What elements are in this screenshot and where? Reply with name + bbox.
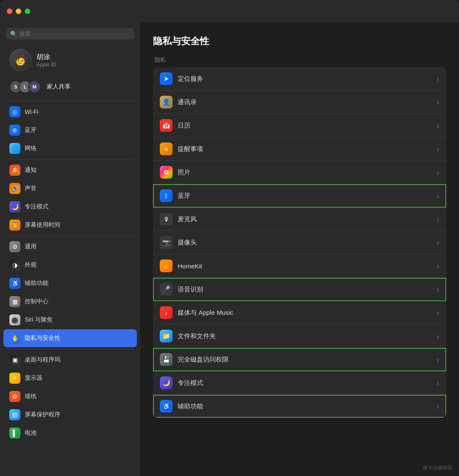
sidebar-label-focus: 专注模式 (25, 203, 48, 211)
sidebar-item-screentime[interactable]: ⏳屏幕使用时间 (3, 216, 137, 234)
sidebar-icon-display: ☀ (9, 373, 20, 384)
sidebar-icon-general: ⚙ (9, 241, 20, 252)
sidebar-label-notify: 通知 (25, 166, 37, 174)
privacy-item-fulldisk[interactable]: 💾完全磁盘访问权限› (153, 348, 446, 371)
chevron-icon-camera: › (436, 238, 439, 248)
minimize-button[interactable] (16, 9, 21, 14)
privacy-item-photos[interactable]: ✿照片› (153, 161, 446, 184)
privacy-icon-homekit: ⌂ (160, 259, 173, 272)
search-icon: 🔍 (10, 31, 17, 37)
maximize-button[interactable] (25, 9, 30, 14)
chevron-icon-speech: › (436, 285, 439, 294)
chevron-icon-calendar: › (436, 121, 439, 131)
sidebar-icon-screentime: ⏳ (9, 219, 20, 231)
privacy-label-location: 定位服务 (178, 75, 431, 83)
sidebar-label-control: 控制中心 (25, 298, 48, 305)
sidebar-item-desktop[interactable]: ▣桌面与程序坞 (3, 351, 137, 369)
privacy-icon-accessibility2: ♿ (160, 400, 173, 413)
privacy-item-media[interactable]: ♪媒体与 Apple Music› (153, 301, 446, 325)
family-sharing-section[interactable]: S L M 家人共享 (3, 76, 137, 97)
sidebar-item-battery[interactable]: ▌电池 (3, 424, 137, 442)
main-content: 隐私与安全性 隐私 ➤定位服务›👤通讯录›📅日历›≡提醒事项›✿照片›ᛒ蓝牙›🎙… (140, 22, 459, 476)
sidebar-item-screensaver[interactable]: ▨屏幕保护程序 (3, 406, 137, 424)
sidebar-item-network[interactable]: 🌐网络 (3, 140, 137, 157)
sidebar-items-list: ◎Wi-Fi⊛蓝牙🌐网络🔔通知🔊声音🌙专注模式⏳屏幕使用时间⚙通用◑外观♿辅助功… (0, 103, 140, 442)
sidebar-label-accessibility: 辅助功能 (25, 279, 48, 287)
chevron-icon-contacts: › (436, 97, 439, 107)
sidebar-label-wallpaper: 墙纸 (25, 393, 37, 400)
sidebar-item-accessibility[interactable]: ♿辅助功能 (3, 274, 137, 292)
sidebar-label-network: 网络 (25, 145, 37, 152)
sidebar-item-wallpaper[interactable]: ✿墙纸 (3, 388, 137, 405)
privacy-label-media: 媒体与 Apple Music (178, 309, 431, 317)
privacy-icon-microphone: 🎙 (160, 213, 173, 225)
apple-id-info: 胡涂 Apple ID (37, 53, 56, 68)
privacy-label-camera: 摄像头 (178, 239, 431, 247)
privacy-item-calendar[interactable]: 📅日历› (153, 114, 446, 137)
sidebar-separator-4 (6, 349, 134, 349)
sidebar-item-notify[interactable]: 🔔通知 (3, 161, 137, 179)
privacy-item-camera[interactable]: 📷摄像头› (153, 231, 446, 254)
sidebar-label-siri: Siri 与聚焦 (25, 316, 53, 324)
privacy-item-focusmode[interactable]: 🌙专注模式› (153, 371, 446, 395)
sidebar-label-appearance: 外观 (25, 261, 37, 269)
chevron-icon-microphone: › (436, 214, 439, 224)
apple-id-section[interactable]: 🧑 胡涂 Apple ID (3, 44, 137, 76)
sidebar-icon-accessibility: ♿ (9, 278, 20, 289)
privacy-icon-reminders: ≡ (160, 143, 173, 155)
chevron-icon-location: › (436, 74, 439, 84)
privacy-section-title: 隐私 (155, 56, 446, 64)
sidebar-item-privacy[interactable]: ✋隐私与安全性 (3, 329, 137, 347)
family-avatars: S L M (9, 80, 37, 93)
privacy-item-bluetooth[interactable]: ᛒ蓝牙› (153, 184, 446, 208)
watermark-text: 值 什么值得买 (423, 465, 452, 471)
sidebar-item-control[interactable]: ▦控制中心 (3, 293, 137, 311)
privacy-label-speech: 语音识别 (178, 285, 431, 294)
privacy-item-files[interactable]: 📁文件和文件夹› (153, 325, 446, 348)
privacy-item-homekit[interactable]: ⌂HomeKit› (153, 254, 446, 278)
family-avatar-3: M (28, 80, 41, 93)
sidebar-icon-wifi: ◎ (9, 106, 20, 117)
page-title: 隐私与安全性 (153, 35, 446, 48)
privacy-label-calendar: 日历 (178, 122, 431, 130)
titlebar (0, 0, 459, 22)
sidebar-item-focus[interactable]: 🌙专注模式 (3, 198, 137, 216)
privacy-item-location[interactable]: ➤定位服务› (153, 67, 446, 91)
sidebar-item-bluetooth[interactable]: ⊛蓝牙 (3, 121, 137, 139)
privacy-label-contacts: 通讯录 (178, 98, 431, 106)
privacy-label-bluetooth: 蓝牙 (178, 192, 431, 200)
search-input[interactable] (20, 31, 130, 37)
sidebar-icon-notify: 🔔 (9, 165, 20, 176)
sidebar-icon-bluetooth: ⊛ (9, 125, 20, 136)
sidebar-icon-privacy: ✋ (9, 333, 20, 344)
privacy-label-photos: 照片 (178, 168, 431, 177)
sidebar-item-display[interactable]: ☀显示器 (3, 369, 137, 387)
privacy-item-accessibility2[interactable]: ♿辅助功能› (153, 395, 446, 418)
privacy-item-speech[interactable]: 🎤语音识别› (153, 278, 446, 301)
privacy-item-microphone[interactable]: 🎙麦克风› (153, 208, 446, 231)
sidebar-icon-appearance: ◑ (9, 259, 20, 271)
privacy-item-contacts[interactable]: 👤通讯录› (153, 91, 446, 114)
privacy-icon-camera: 📷 (160, 236, 173, 249)
avatar: 🧑 (9, 49, 31, 71)
search-bar[interactable]: 🔍 (6, 28, 134, 40)
sidebar-item-sound[interactable]: 🔊声音 (3, 180, 137, 197)
sidebar-item-wifi[interactable]: ◎Wi-Fi (3, 103, 137, 121)
privacy-icon-media: ♪ (160, 306, 173, 319)
close-button[interactable] (7, 9, 12, 14)
privacy-icon-photos: ✿ (160, 166, 173, 179)
sidebar-item-siri[interactable]: ⬤Siri 与聚焦 (3, 311, 137, 329)
sidebar-icon-battery: ▌ (9, 428, 20, 439)
apple-id-name: 胡涂 (37, 53, 56, 62)
sidebar-item-appearance[interactable]: ◑外观 (3, 256, 137, 274)
privacy-label-reminders: 提醒事项 (178, 145, 431, 153)
privacy-label-microphone: 麦克风 (178, 215, 431, 223)
sidebar-item-general[interactable]: ⚙通用 (3, 238, 137, 256)
family-label: 家人共享 (47, 83, 71, 91)
chevron-icon-photos: › (436, 168, 439, 177)
chevron-icon-fulldisk: › (436, 355, 439, 365)
privacy-item-reminders[interactable]: ≡提醒事项› (153, 137, 446, 161)
privacy-icon-calendar: 📅 (160, 119, 173, 132)
privacy-list: ➤定位服务›👤通讯录›📅日历›≡提醒事项›✿照片›ᛒ蓝牙›🎙麦克风›📷摄像头›⌂… (153, 67, 446, 418)
sidebar-label-battery: 电池 (25, 429, 37, 437)
